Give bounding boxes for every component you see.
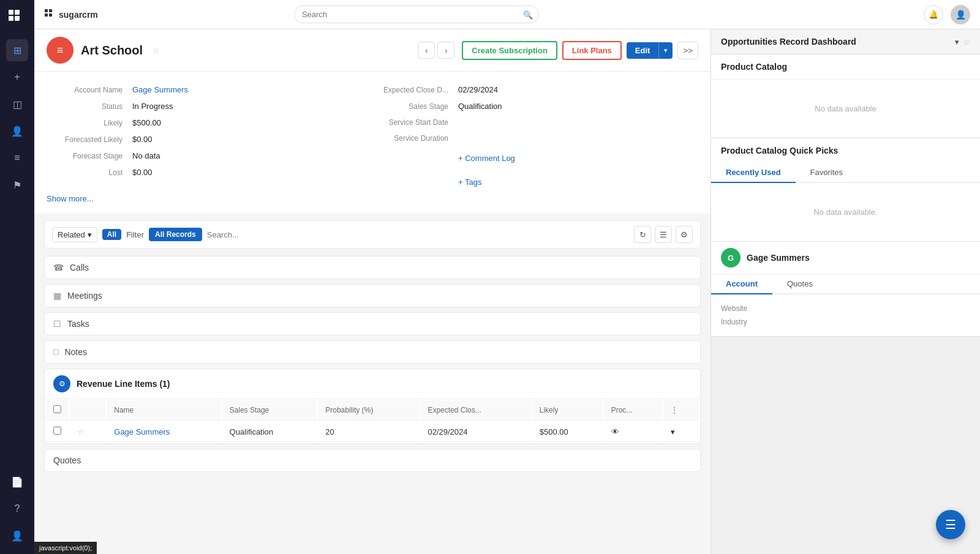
svg-rect-2 bbox=[9, 16, 13, 21]
tab-recently-used[interactable]: Recently Used bbox=[711, 163, 796, 183]
tab-quotes[interactable]: Quotes bbox=[772, 274, 827, 294]
app-logo[interactable] bbox=[6, 7, 28, 29]
edit-button-group: Edit ▾ bbox=[627, 42, 673, 59]
related-dropdown-icon: ▾ bbox=[88, 230, 92, 239]
rli-row-expected-close: 02/29/2024 bbox=[420, 422, 530, 442]
svg-rect-3 bbox=[15, 16, 20, 21]
service-duration-field: Service Duration bbox=[372, 130, 698, 146]
service-duration-label: Service Duration bbox=[372, 134, 458, 143]
contact-card-header: G Gage Summers bbox=[711, 242, 980, 274]
record-panel: ≡ Art School ☆ ‹ › Create Subscription L… bbox=[34, 29, 710, 554]
related-dropdown-button[interactable]: Related ▾ bbox=[52, 227, 97, 242]
edit-dropdown-button[interactable]: ▾ bbox=[658, 42, 673, 59]
rli-row-proc: 👁 bbox=[604, 422, 662, 442]
more-actions-button[interactable]: >> bbox=[677, 42, 698, 59]
account-name-value[interactable]: Gage Summers bbox=[132, 85, 188, 94]
nav-contacts-icon[interactable]: 👤 bbox=[6, 120, 28, 142]
main-area: sugarcrm 🔍 🔔 👤 ≡ Art School ☆ ‹ › bbox=[34, 0, 980, 554]
select-all-checkbox[interactable] bbox=[53, 405, 61, 413]
product-catalog-card: Product Catalog No data available bbox=[711, 54, 980, 138]
svg-rect-7 bbox=[49, 13, 52, 17]
settings-button[interactable]: ⚙ bbox=[676, 226, 693, 243]
top-bar: sugarcrm 🔍 🔔 👤 bbox=[34, 0, 980, 29]
subpanel-search-input[interactable] bbox=[207, 230, 629, 239]
nav-home-icon[interactable]: ⊞ bbox=[6, 39, 28, 61]
nav-trophy-icon[interactable]: ⚑ bbox=[6, 174, 28, 196]
quick-picks-tabs: Recently Used Favorites bbox=[711, 163, 980, 183]
all-records-badge[interactable]: All Records bbox=[149, 228, 202, 241]
website-label: Website bbox=[721, 304, 747, 313]
svg-rect-6 bbox=[45, 13, 48, 17]
notifications-icon[interactable]: 🔔 bbox=[924, 5, 943, 24]
link-plans-button[interactable]: Link Plans bbox=[562, 41, 622, 60]
related-label: Related bbox=[58, 230, 85, 239]
tab-account[interactable]: Account bbox=[711, 274, 772, 294]
eye-icon[interactable]: 👁 bbox=[611, 427, 619, 436]
quick-picks-card: Product Catalog Quick Picks Recently Use… bbox=[711, 138, 980, 242]
nav-activity-icon[interactable]: ◫ bbox=[6, 93, 28, 115]
nav-user-icon[interactable]: 👤 bbox=[6, 525, 28, 547]
create-subscription-button[interactable]: Create Subscription bbox=[462, 41, 557, 60]
edit-button[interactable]: Edit bbox=[627, 42, 659, 59]
tasks-icon: ☐ bbox=[53, 319, 61, 329]
notes-icon: □ bbox=[53, 347, 58, 357]
quotes-header[interactable]: Quotes bbox=[45, 449, 700, 471]
nav-help-icon[interactable]: ? bbox=[6, 498, 28, 520]
calls-title: Calls bbox=[70, 263, 89, 272]
refresh-button[interactable]: ↻ bbox=[634, 226, 651, 243]
rli-col-expand bbox=[70, 400, 105, 421]
content-area: ≡ Art School ☆ ‹ › Create Subscription L… bbox=[34, 29, 980, 554]
forecasted-likely-value: $0.00 bbox=[132, 135, 153, 144]
all-badge[interactable]: All bbox=[102, 229, 121, 240]
record-header: ≡ Art School ☆ ‹ › Create Subscription L… bbox=[34, 29, 710, 72]
tasks-title: Tasks bbox=[67, 319, 89, 329]
calls-subpanel-header[interactable]: ☎ Calls bbox=[45, 256, 700, 279]
left-navigation: ⊞ + ◫ 👤 ≡ ⚑ 📄 ? 👤 bbox=[0, 0, 34, 554]
next-record-button[interactable]: › bbox=[437, 42, 454, 59]
tab-favorites[interactable]: Favorites bbox=[796, 163, 858, 183]
meetings-subpanel-header[interactable]: ▦ Meetings bbox=[45, 285, 700, 307]
account-name-field: Account Name Gage Summers bbox=[47, 81, 372, 98]
sales-stage-value: Qualification bbox=[458, 102, 502, 111]
notes-subpanel-header[interactable]: □ Notes bbox=[45, 341, 700, 363]
favorite-star-icon[interactable]: ☆ bbox=[153, 46, 160, 55]
tags-button[interactable]: + Tags bbox=[458, 174, 481, 190]
filter-actions: ↻ ☰ ⚙ bbox=[634, 226, 693, 243]
svg-rect-5 bbox=[49, 9, 52, 12]
row-favorite-star-icon[interactable]: ☆ bbox=[77, 427, 85, 436]
prev-record-button[interactable]: ‹ bbox=[418, 42, 435, 59]
svg-rect-4 bbox=[45, 9, 48, 12]
floating-action-button[interactable]: ☰ bbox=[936, 510, 965, 539]
tags-field: + Tags bbox=[372, 170, 698, 194]
rli-col-probability: Probability (%) bbox=[318, 400, 419, 421]
filter-bar: Related ▾ All Filter All Records ↻ ☰ ⚙ bbox=[44, 220, 701, 249]
sales-stage-field: Sales Stage Qualification bbox=[372, 98, 698, 114]
nav-filter-icon[interactable]: ≡ bbox=[6, 147, 28, 169]
right-panel: Opportunities Record Dashboard ▾ ☆ Produ… bbox=[710, 29, 980, 554]
user-avatar[interactable]: 👤 bbox=[951, 5, 970, 24]
table-row: ☆ Gage Summers Qualification 20 02/29/20… bbox=[46, 422, 699, 442]
nav-create-icon[interactable]: + bbox=[6, 66, 28, 88]
dashboard-favorite-icon[interactable]: ☆ bbox=[963, 37, 970, 47]
search-input[interactable] bbox=[294, 6, 539, 23]
dashboard-dropdown-icon[interactable]: ▾ bbox=[955, 37, 959, 47]
contact-tabs: Account Quotes bbox=[711, 274, 980, 294]
lost-label: Lost bbox=[47, 168, 132, 177]
rli-row-name[interactable]: Gage Summers bbox=[107, 422, 221, 442]
svg-rect-0 bbox=[9, 10, 13, 15]
list-view-button[interactable]: ☰ bbox=[655, 226, 672, 243]
row-expand-icon[interactable]: ▾ bbox=[671, 427, 675, 436]
comment-log-button[interactable]: + Comment Log bbox=[458, 150, 515, 167]
tasks-subpanel-header[interactable]: ☐ Tasks bbox=[45, 313, 700, 335]
nav-docs-icon[interactable]: 📄 bbox=[6, 471, 28, 493]
rli-col-name: Name bbox=[107, 400, 221, 421]
contact-name[interactable]: Gage Summers bbox=[747, 253, 810, 263]
record-nav-arrows: ‹ › bbox=[418, 42, 454, 59]
brand-name: sugarcrm bbox=[59, 10, 98, 20]
row-checkbox-cell bbox=[46, 422, 69, 442]
rli-table: Name Sales Stage Probability (%) Expecte… bbox=[45, 399, 700, 443]
show-more-link[interactable]: Show more... bbox=[47, 189, 94, 208]
svg-rect-1 bbox=[15, 10, 20, 15]
row-select-checkbox[interactable] bbox=[53, 427, 61, 435]
forecasted-likely-field: Forecasted Likely $0.00 bbox=[47, 131, 372, 148]
